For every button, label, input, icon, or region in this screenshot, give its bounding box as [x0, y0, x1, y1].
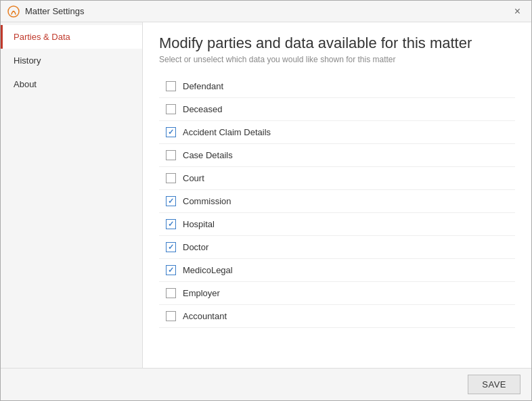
- option-label-case-details: Case Details: [183, 150, 233, 160]
- option-item-doctor[interactable]: Doctor: [159, 236, 515, 259]
- main-content: Modify parties and data available for th…: [143, 22, 531, 368]
- option-label-doctor: Doctor: [183, 242, 208, 252]
- option-label-court: Court: [183, 173, 204, 183]
- footer: SAVE: [1, 368, 531, 400]
- checkbox-commission[interactable]: [166, 196, 176, 206]
- checkbox-medicolegal[interactable]: [166, 265, 176, 275]
- option-label-defendant: Defendant: [183, 81, 223, 91]
- option-label-employer: Employer: [183, 288, 220, 298]
- option-item-court[interactable]: Court: [159, 167, 515, 190]
- window: Matter Settings × Parties & DataHistoryA…: [0, 0, 532, 401]
- title-bar-left: Matter Settings: [7, 5, 84, 18]
- option-label-accident-claim-details: Accident Claim Details: [183, 127, 271, 137]
- close-button[interactable]: ×: [510, 5, 525, 18]
- window-title: Matter Settings: [25, 6, 84, 16]
- checkbox-doctor[interactable]: [166, 242, 176, 252]
- sidebar-item-about[interactable]: About: [1, 72, 142, 96]
- option-label-hospital: Hospital: [183, 219, 215, 229]
- checkbox-hospital[interactable]: [166, 219, 176, 229]
- checkbox-accountant[interactable]: [166, 311, 176, 321]
- save-button[interactable]: SAVE: [468, 375, 520, 394]
- option-item-defendant[interactable]: Defendant: [159, 75, 515, 98]
- main-subtitle: Select or unselect which data you would …: [159, 55, 515, 64]
- checkbox-accident-claim-details[interactable]: [166, 127, 176, 137]
- options-list[interactable]: DefendantDeceasedAccident Claim DetailsC…: [143, 70, 531, 368]
- app-logo-icon: [7, 5, 20, 18]
- option-item-accountant[interactable]: Accountant: [159, 305, 515, 328]
- option-label-commission: Commission: [183, 196, 231, 206]
- sidebar-item-history[interactable]: History: [1, 49, 142, 72]
- checkbox-deceased[interactable]: [166, 104, 176, 114]
- main-title: Modify parties and data available for th…: [159, 34, 515, 52]
- checkbox-case-details[interactable]: [166, 150, 176, 160]
- sidebar: Parties & DataHistoryAbout: [1, 22, 143, 368]
- option-item-employer[interactable]: Employer: [159, 282, 515, 305]
- option-item-hospital[interactable]: Hospital: [159, 213, 515, 236]
- option-item-accident-claim-details[interactable]: Accident Claim Details: [159, 121, 515, 144]
- option-item-commission[interactable]: Commission: [159, 190, 515, 213]
- option-item-medicolegal[interactable]: MedicoLegal: [159, 259, 515, 282]
- content-area: Parties & DataHistoryAbout Modify partie…: [1, 22, 531, 368]
- sidebar-item-parties-data[interactable]: Parties & Data: [1, 25, 142, 49]
- option-label-accountant: Accountant: [183, 311, 227, 321]
- main-header: Modify parties and data available for th…: [143, 22, 531, 70]
- option-item-deceased[interactable]: Deceased: [159, 98, 515, 121]
- option-item-case-details[interactable]: Case Details: [159, 144, 515, 167]
- checkbox-employer[interactable]: [166, 288, 176, 298]
- checkbox-defendant[interactable]: [166, 81, 176, 91]
- title-bar: Matter Settings ×: [1, 1, 531, 22]
- option-label-medicolegal: MedicoLegal: [183, 265, 233, 275]
- option-label-deceased: Deceased: [183, 104, 223, 114]
- checkbox-court[interactable]: [166, 173, 176, 183]
